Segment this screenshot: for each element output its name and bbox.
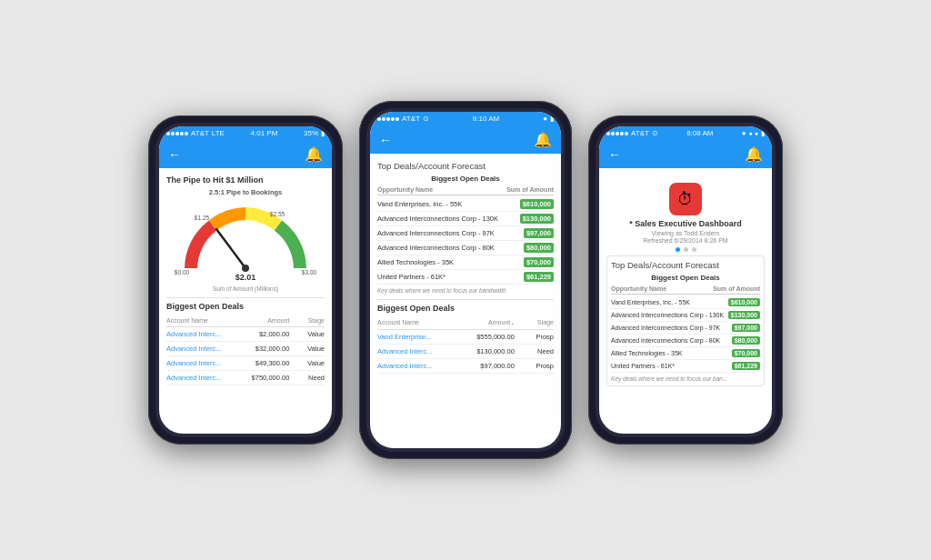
nav-bar-right: ← 🔔	[599, 140, 772, 168]
dot-active	[676, 247, 680, 252]
biggest-label-right: Biggest Open Deals	[611, 274, 760, 282]
forecast-title-center: Top Deals/Account Forecast	[377, 161, 554, 171]
svg-line-0	[216, 229, 245, 268]
carrier-center: AT&T	[402, 115, 420, 123]
dashboard-title: * Sales Executive Dashboard	[606, 219, 765, 228]
col-header-stage: Stage	[289, 317, 325, 324]
deals-row[interactable]: Advanced Interconnections Corp - 130K $1…	[377, 212, 554, 226]
col-header-name: Account Name	[166, 317, 236, 324]
open-deals-section-center: Biggest Open Deals	[377, 304, 554, 313]
svg-text:$3.00: $3.00	[302, 269, 317, 275]
deals-row[interactable]: Advanced Interconnections Corp - 80K $80…	[377, 241, 554, 255]
table-row[interactable]: Advanced Interc... $2,000.00 Value	[166, 327, 325, 342]
table-row[interactable]: Advanced Interc... $32,000.00 Value	[166, 342, 325, 356]
bell-icon-right[interactable]: 🔔	[745, 145, 763, 163]
deals-row[interactable]: Allied Technologies - 35K $70,000	[377, 255, 554, 270]
key-note-center: Key deals where we need to focus our ban…	[377, 287, 554, 294]
status-bar-left: AT&T LTE 4:01 PM 35% ▮	[159, 126, 332, 140]
deals-row-right[interactable]: Allied Technologies - 35K $70,000	[611, 347, 760, 360]
battery-left: 35%	[304, 129, 318, 137]
svg-point-1	[242, 265, 249, 272]
gauge-container: $2.01 $0.00 $1.25 $2.55 $3.00	[166, 200, 325, 282]
svg-text:$2.55: $2.55	[270, 211, 285, 217]
forecast-card-right: Top Deals/Account Forecast Biggest Open …	[606, 255, 765, 386]
biggest-label-center: Biggest Open Deals	[377, 175, 554, 183]
table-row[interactable]: Advanced Interc... $97,000.00 Prosp	[377, 359, 554, 374]
back-button-left[interactable]: ←	[168, 147, 181, 162]
svg-text:$2.01: $2.01	[235, 273, 256, 282]
opp-header-right: Opportunity Name	[611, 285, 666, 292]
bell-icon-left[interactable]: 🔔	[305, 145, 323, 163]
phone-center: AT&T ⊙ 8:10 AM ● ▮ ← 🔔 Top Deals/Acc	[359, 101, 572, 459]
table-row[interactable]: Vand Enterprise... $555,000.00 Prosp	[377, 330, 554, 345]
forecast-title-right: Top Deals/Account Forecast	[611, 260, 760, 270]
bell-icon-center[interactable]: 🔔	[534, 131, 552, 148]
deals-row[interactable]: Vand Enterprises, Inc. - 55K $610,000	[377, 197, 554, 212]
table-row[interactable]: Advanced Interc... $130,000.00 Need	[377, 345, 554, 359]
status-bar-right: AT&T ⊙ 8:08 AM ● ● ● ▮	[599, 126, 772, 140]
time-left: 4:01 PM	[251, 129, 278, 137]
phone-left: AT&T LTE 4:01 PM 35% ▮ ← 🔔 The Pipe	[148, 115, 343, 445]
table-row[interactable]: Advanced Interc... $750,000.00 Need	[166, 371, 325, 385]
dashboard-icon: ⏱	[669, 183, 702, 215]
svg-text:$0.00: $0.00	[175, 269, 190, 275]
col-header-amount: Amount	[236, 317, 289, 324]
deals-row-right[interactable]: United Partners - 61K* $61,229	[611, 360, 760, 373]
viewing-as: Viewing as Todd Enders	[606, 230, 765, 236]
dashboard-icon-container: ⏱	[606, 183, 765, 215]
pagination	[606, 247, 765, 252]
table-row[interactable]: Advanced Interc... $49,300.00 Value	[166, 356, 325, 371]
deals-col-sum: Sum of Amount	[506, 186, 554, 193]
back-button-center[interactable]: ←	[379, 133, 392, 147]
gauge-label: 2.5:1 Pipe to Bookings	[166, 188, 325, 196]
phone-right: AT&T ⊙ 8:08 AM ● ● ● ▮ ← 🔔	[588, 115, 783, 445]
phones-container: AT&T LTE 4:01 PM 35% ▮ ← 🔔 The Pipe	[130, 83, 801, 477]
sum-header-right: Sum of Amount	[713, 285, 760, 292]
dot-inactive-2	[692, 247, 696, 252]
carrier-right: AT&T	[631, 129, 649, 137]
deals-row-right[interactable]: Vand Enterprises, Inc. - 55K $610,000	[611, 296, 760, 309]
deals-row-right[interactable]: Advanced Interconnections Corp - 80K $80…	[611, 335, 760, 347]
deals-col-opp: Opportunity Name	[377, 186, 433, 193]
carrier-left: AT&T	[191, 129, 209, 137]
deals-row-right[interactable]: Advanced Interconnections Corp - 130K $1…	[611, 309, 760, 322]
deals-row[interactable]: Advanced Interconnections Corp - 97K $97…	[377, 226, 554, 241]
nav-bar-left: ← 🔔	[159, 140, 332, 168]
dot-inactive-1	[684, 247, 688, 252]
gauge-subtitle: Sum of Amount (Millions)	[166, 285, 325, 292]
network-left: LTE	[212, 129, 225, 137]
nav-bar-center: ← 🔔	[370, 125, 561, 154]
status-bar-center: AT&T ⊙ 8:10 AM ● ▮	[370, 112, 561, 125]
svg-text:$1.25: $1.25	[195, 215, 210, 221]
key-note-right: Key deals where we need to focus our ban…	[611, 375, 760, 382]
deals-row-right[interactable]: Advanced Interconnections Corp - 97K $97…	[611, 322, 760, 335]
refreshed-time: Refreshed 6/29/2014 8:26 PM	[606, 237, 765, 244]
back-button-right[interactable]: ←	[608, 147, 621, 162]
deals-row[interactable]: United Partners - 61K* $61,229	[377, 270, 554, 285]
time-center: 8:10 AM	[473, 115, 499, 123]
time-right: 8:08 AM	[686, 129, 713, 137]
pipe-title: The Pipe to Hit $1 Million	[166, 175, 325, 185]
open-deals-title-left: Biggest Open Deals	[166, 302, 325, 311]
